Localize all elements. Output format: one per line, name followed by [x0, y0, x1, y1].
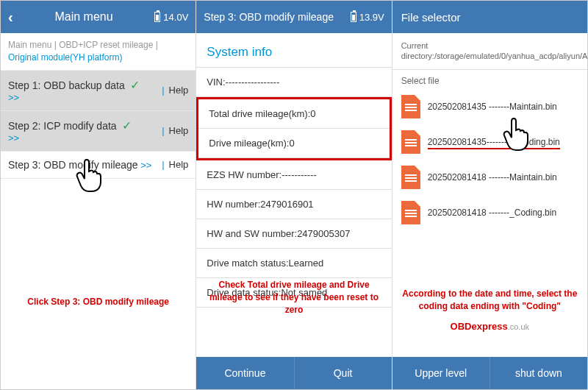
quit-button[interactable]: Quit — [295, 357, 392, 389]
step-row-3[interactable]: Step 3: OBD modify mileage >> | Help — [1, 152, 196, 179]
help-group[interactable]: | Help — [162, 85, 188, 96]
upper-level-button[interactable]: Upper level — [392, 357, 490, 389]
battery-indicator: 13.9V — [351, 12, 384, 23]
battery-indicator: 14.0V — [154, 12, 188, 23]
step-left: Step 3: OBD modify mileage >> — [8, 159, 162, 171]
shut-down-button[interactable]: shut down — [490, 357, 587, 389]
button-row: Continue Quit — [196, 357, 391, 389]
voltage-label: 14.0V — [163, 12, 188, 23]
highlight-box: Total drive mileage(km):0 Drive mileage(… — [196, 97, 391, 160]
pipe-divider: | — [162, 159, 164, 170]
info-total-mileage: Total drive mileage(km):0 — [198, 99, 389, 129]
underline-highlight — [428, 148, 560, 149]
info-hwsw: HW and SW number:2479005307 — [196, 219, 391, 249]
pipe-divider: | — [162, 125, 164, 136]
header-obd: Step 3: OBD modify mileage 13.9V — [196, 1, 391, 33]
instruction-overlay: Click Step 3: OBD modify mileage — [15, 296, 181, 308]
file-row[interactable]: 202502081418 -------_Coding.bin — [392, 195, 587, 230]
header-title: File selector — [401, 11, 461, 24]
battery-icon — [154, 12, 160, 22]
file-icon — [401, 166, 420, 189]
help-label: Help — [169, 85, 189, 96]
battery-icon — [351, 12, 356, 22]
help-group[interactable]: | Help — [162, 159, 188, 170]
step-title: Step 1: OBD backup data — [8, 79, 125, 91]
panel-main-menu: ‹ Main menu 14.0V Main menu | OBD+ICP re… — [1, 1, 196, 389]
info-vin: VIN:----------------- — [196, 68, 391, 97]
header-title: Main menu — [13, 10, 155, 24]
panel-obd-modify: Step 3: OBD modify mileage 13.9V System … — [196, 1, 392, 389]
file-name-text: 202502081435---------_Coding.bin — [428, 137, 560, 147]
arrows-icon: >> — [8, 92, 19, 103]
info-match: Drive match status:Learned — [196, 249, 391, 278]
header-file-selector: File selector — [392, 1, 587, 33]
file-name: 202502081435---------_Coding.bin — [428, 137, 560, 147]
voltage-label: 13.9V — [359, 12, 384, 23]
back-icon[interactable]: ‹ — [8, 9, 13, 26]
arrows-icon: >> — [140, 160, 151, 171]
logo-domain: .co.uk — [508, 322, 529, 331]
file-icon — [401, 201, 420, 224]
check-icon: ✓ — [130, 79, 140, 91]
step-title: Step 3: OBD modify mileage — [8, 159, 138, 171]
file-icon — [401, 130, 420, 154]
obdexpress-logo: OBDexpress.co.uk — [451, 321, 529, 332]
panel-file-selector: File selector Current directory:/storage… — [392, 1, 587, 389]
file-row[interactable]: 202502081435 -------Maintain.bin — [392, 89, 587, 124]
step-row-1[interactable]: Step 1: OBD backup data ✓ >> | Help — [1, 71, 196, 111]
select-file-label: Select file — [392, 70, 587, 89]
current-directory: Current directory:/storage/emulated/0/ya… — [392, 33, 587, 70]
continue-button[interactable]: Continue — [196, 357, 294, 389]
file-name: 202502081435 -------Maintain.bin — [428, 102, 557, 112]
help-label: Help — [169, 159, 189, 170]
info-ezs: EZS HW number:----------- — [196, 160, 391, 190]
help-label: Help — [169, 125, 189, 136]
help-group[interactable]: | Help — [162, 125, 188, 136]
system-info-title: System info — [196, 33, 391, 68]
button-row: Upper level shut down — [392, 357, 587, 389]
step-row-2[interactable]: Step 2: ICP modify data ✓ >> | Help — [1, 111, 196, 152]
instruction-overlay: According to the date and time, select t… — [400, 288, 580, 313]
logo-text: OBDexpress — [451, 321, 508, 332]
file-row[interactable]: 202502081435---------_Coding.bin — [392, 124, 587, 160]
info-data-status: Drive data status:Not samed — [196, 278, 391, 308]
arrows-icon: >> — [8, 132, 19, 143]
file-icon — [401, 95, 420, 118]
info-drive-mileage: Drive mileage(km):0 — [198, 129, 389, 158]
step-left: Step 1: OBD backup data ✓ >> — [8, 78, 162, 103]
step-left: Step 2: ICP modify data ✓ >> — [8, 118, 162, 143]
file-row[interactable]: 202502081418 -------Maintain.bin — [392, 160, 587, 195]
breadcrumb-path: Main menu | OBD+ICP reset mileage | — [8, 40, 158, 50]
app-root: ‹ Main menu 14.0V Main menu | OBD+ICP re… — [0, 0, 588, 390]
header-main: ‹ Main menu 14.0V — [1, 1, 196, 33]
breadcrumb-active: Original module(YH platform) — [8, 52, 122, 63]
step-title: Step 2: ICP modify data — [8, 120, 117, 132]
breadcrumb: Main menu | OBD+ICP reset mileage | Orig… — [1, 33, 196, 71]
pipe-divider: | — [162, 85, 164, 96]
check-icon: ✓ — [122, 119, 132, 132]
file-name: 202502081418 -------Maintain.bin — [428, 172, 557, 182]
file-name: 202502081418 -------_Coding.bin — [428, 208, 556, 218]
info-hw: HW number:2479016901 — [196, 190, 391, 219]
header-title: Step 3: OBD modify mileage — [204, 11, 334, 23]
